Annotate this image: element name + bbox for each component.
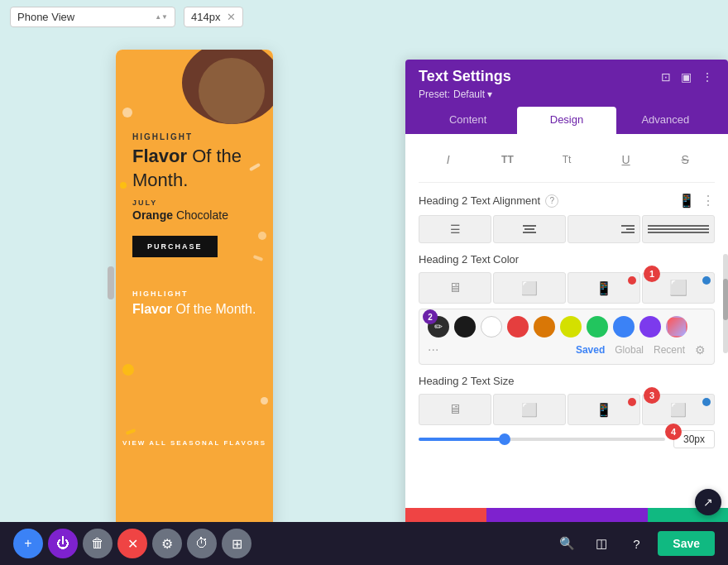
align-right-btn[interactable] (568, 215, 640, 243)
view-select[interactable]: Phone View ▲▼ (10, 7, 175, 27)
resize-handle[interactable] (108, 266, 114, 299)
search-toolbar-icon[interactable]: 🔍 (553, 530, 580, 557)
canvas-toolbar-left: + ⏻ 🗑 ✕ ⚙ ⏱ ⊞ (13, 529, 251, 558)
scroll-indicator (723, 254, 728, 353)
swatch-amber[interactable] (534, 316, 555, 338)
strikethrough-icon[interactable]: S (673, 147, 697, 172)
color-tab-saved[interactable]: Saved (576, 344, 605, 356)
tab-design[interactable]: Design (517, 107, 615, 134)
tablet-color-tab[interactable]: ⬜ (493, 272, 566, 304)
italic-icon[interactable]: I (436, 147, 461, 172)
expand-icon[interactable]: ⊡ (659, 69, 673, 85)
close-button[interactable]: ✕ (117, 529, 147, 558)
px-close-icon[interactable]: ✕ (227, 11, 236, 23)
add-icon: + (24, 536, 31, 551)
pencil-swatch-wrapper: ✏ 2 (428, 316, 449, 338)
heading2-align-help-icon[interactable]: ? (545, 194, 558, 208)
heading2-color-label: Heading 2 Text Color (419, 253, 715, 266)
settings-panel: Text Settings ⊡ ▣ ⋮ Preset: Default ▾ Co… (405, 60, 728, 548)
search-icon: 🔍 (559, 536, 575, 551)
slider-thumb[interactable] (499, 433, 510, 445)
view-all-button[interactable]: VIEW ALL SEASONAL FLAVORS (116, 439, 273, 447)
layers-icon[interactable]: ◫ (588, 530, 615, 557)
badge-3: 3 (644, 387, 660, 404)
heading2-color-setting: Heading 2 Text Color 🖥 ⬜ 📱 ⬜ (419, 253, 715, 365)
purchase-button[interactable]: PURCHASE (132, 236, 218, 257)
align-left-btn[interactable]: ☰ (419, 215, 491, 243)
help-toolbar-icon[interactable]: ? (623, 530, 649, 557)
tabs-row: Content Design Advanced (419, 107, 715, 134)
swatch-black[interactable] (454, 316, 476, 338)
flavor-bold-2: Flavor (132, 302, 172, 316)
orange-bold: Orange (132, 208, 173, 222)
ice-cream-scoop (199, 58, 265, 124)
tablet-size-icon: ⬜ (521, 402, 538, 418)
panel-title: Text Settings (419, 68, 511, 85)
settings-button[interactable]: ⚙ (152, 529, 182, 558)
phone-color-tab[interactable]: 📱 (568, 272, 640, 304)
color-tab-recent[interactable]: Recent (654, 344, 685, 356)
highlight-text-1: HIGHLIGHT (132, 132, 193, 141)
heading2-color-text: Heading 2 Text Color (419, 253, 519, 266)
more-dots[interactable]: ··· (428, 342, 438, 357)
swatch-blue[interactable] (613, 316, 635, 338)
more-menu-icon[interactable]: ⋮ (700, 69, 715, 85)
history-button[interactable]: ⏱ (187, 529, 217, 558)
align-justify-btn[interactable] (642, 215, 715, 243)
color-swatches-row: ✏ 2 (428, 316, 706, 338)
flavor-title-1: Flavor Of the Month. (132, 145, 273, 192)
align-buttons: ☰ (419, 215, 715, 243)
trash-button[interactable]: 🗑 (83, 529, 113, 558)
heading2-align-more-icon[interactable]: ⋮ (702, 193, 715, 208)
phone-size-tab[interactable]: 📱 (568, 394, 640, 425)
swatch-purple[interactable] (639, 316, 661, 338)
tablet-size-tab[interactable]: ⬜ (493, 394, 566, 425)
phone-mockup: HIGHLIGHT Flavor Of the Month. JULY Oran… (116, 50, 273, 529)
desktop-color-tab[interactable]: 🖥 (419, 272, 491, 304)
badge-2: 2 (423, 309, 438, 324)
canvas-toolbar: + ⏻ 🗑 ✕ ⚙ ⏱ ⊞ 🔍 ◫ ? Save (0, 522, 728, 565)
orange-choc-text: Orange Chocolate (132, 208, 228, 222)
tab-advanced[interactable]: Advanced (616, 107, 715, 134)
px-input[interactable]: 414px ✕ (184, 7, 243, 27)
preset-label: Preset: (419, 89, 450, 100)
desktop-size-tab[interactable]: 🖥 (419, 394, 491, 425)
power-button[interactable]: ⏻ (48, 529, 78, 558)
dash-2 (253, 255, 264, 261)
swatch-yellow[interactable] (560, 316, 582, 338)
slider-value-wrapper: 4 30px (673, 430, 715, 448)
preset-value[interactable]: Default ▾ (453, 89, 492, 100)
capitalize-icon[interactable]: Tt (554, 147, 579, 172)
swatch-green[interactable] (587, 316, 608, 338)
scroll-thumb[interactable] (723, 279, 728, 320)
underline-icon[interactable]: U (614, 147, 639, 172)
uppercase-icon[interactable]: TT (495, 147, 520, 172)
trash-icon: 🗑 (91, 536, 104, 551)
view-select-arrows: ▲▼ (155, 14, 168, 21)
swatch-white[interactable] (481, 316, 502, 338)
align-center-btn[interactable] (493, 215, 566, 243)
help-circle-button[interactable]: ↗ (695, 489, 721, 515)
swatch-gradient[interactable] (666, 316, 687, 338)
color-device-tabs: 🖥 ⬜ 📱 ⬜ (419, 272, 715, 304)
color-device-tabs-wrapper: 🖥 ⬜ 📱 ⬜ 1 (419, 272, 715, 304)
size-slider[interactable] (419, 438, 665, 441)
canvas-area: Phone View ▲▼ 414px ✕ HIGHLIGHT (0, 0, 389, 565)
desktop-size-icon: 🖥 (448, 402, 462, 417)
columns-icon[interactable]: ▣ (679, 69, 693, 85)
panel-title-row: Text Settings ⊡ ▣ ⋮ (419, 68, 715, 85)
add-button[interactable]: + (13, 529, 43, 558)
mobile-device-icon[interactable]: 📱 (678, 193, 695, 208)
save-button[interactable]: Save (658, 531, 715, 556)
tab-content[interactable]: Content (419, 107, 517, 134)
dash-3 (126, 429, 136, 435)
color-settings-gear-icon[interactable]: ⚙ (695, 343, 706, 357)
color-tab-global[interactable]: Global (615, 344, 644, 356)
format-icons-row: I TT Tt U S (419, 144, 715, 183)
wireframe-button[interactable]: ⊞ (222, 529, 251, 558)
flavor-bold-1: Flavor (132, 146, 187, 166)
view-select-label: Phone View (17, 11, 74, 23)
swatch-red[interactable] (507, 316, 529, 338)
slider-fill (419, 438, 505, 441)
flavor-rest-2: Of the Month. (172, 302, 256, 316)
